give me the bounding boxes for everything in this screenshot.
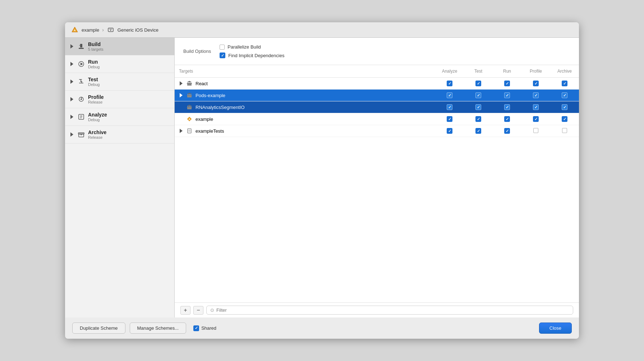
target-checkbox-checked[interactable]: ✓: [533, 104, 539, 110]
target-checkbox-checked[interactable]: ✓: [475, 128, 481, 134]
target-checkbox-checked[interactable]: ✓: [447, 92, 452, 98]
svg-marker-11: [80, 63, 83, 65]
target-test-cell[interactable]: ✓: [464, 101, 493, 113]
close-button[interactable]: Close: [539, 323, 572, 334]
target-checkbox-checked[interactable]: ✓: [504, 128, 510, 134]
target-checkbox-checked[interactable]: ✓: [475, 104, 481, 110]
find-dependencies-checkbox[interactable]: [220, 52, 225, 58]
manage-schemes-button[interactable]: Manage Schemes...: [130, 323, 187, 334]
target-profile-cell[interactable]: ✓: [521, 113, 550, 125]
test-name: Test: [88, 77, 100, 82]
target-archive-cell[interactable]: [550, 125, 579, 137]
target-checkbox-checked[interactable]: ✓: [447, 116, 452, 122]
target-test-cell[interactable]: ✓: [464, 90, 493, 101]
target-archive-cell[interactable]: ✓: [550, 113, 579, 125]
sidebar-item-run[interactable]: Run Debug: [65, 55, 174, 73]
svg-rect-7: [80, 44, 82, 47]
target-checkbox-checked[interactable]: ✓: [504, 116, 510, 122]
svg-rect-43: [189, 106, 190, 107]
target-profile-cell[interactable]: ✓: [521, 90, 550, 101]
table-row[interactable]: Pods-example✓✓✓✓✓: [175, 90, 579, 101]
target-test-cell[interactable]: ✓: [464, 78, 493, 90]
sidebar-item-build[interactable]: Build 5 targets: [65, 38, 174, 55]
table-header-row: Targets Analyze Test Run Profile Archive: [175, 65, 579, 78]
target-checkbox-checked[interactable]: ✓: [504, 92, 510, 98]
target-checkbox-checked[interactable]: ✓: [475, 81, 481, 86]
target-archive-cell[interactable]: ✓: [550, 90, 579, 101]
target-test-cell[interactable]: ✓: [464, 125, 493, 137]
expand-arrow[interactable]: [179, 81, 183, 86]
parallelize-build-checkbox[interactable]: [220, 45, 225, 50]
svg-marker-13: [70, 97, 73, 101]
target-profile-cell[interactable]: ✓: [521, 101, 550, 113]
remove-target-button[interactable]: −: [193, 306, 203, 315]
target-archive-cell[interactable]: ✓: [550, 101, 579, 113]
target-run-cell[interactable]: ✓: [493, 113, 521, 125]
device-name: Generic iOS Device: [118, 27, 158, 33]
filter-input[interactable]: [216, 307, 569, 313]
target-archive-cell[interactable]: ✓: [550, 78, 579, 90]
svg-point-4: [110, 30, 111, 31]
shared-checkbox[interactable]: [193, 325, 199, 331]
table-row[interactable]: React✓✓✓✓✓: [175, 78, 579, 90]
target-checkbox-checked[interactable]: ✓: [562, 104, 567, 110]
target-checkbox-checked[interactable]: ✓: [475, 92, 481, 98]
svg-text:A: A: [188, 118, 190, 120]
target-checkbox-checked[interactable]: ✓: [533, 81, 539, 86]
sidebar-item-archive[interactable]: Archive Release: [65, 126, 174, 143]
target-checkbox-checked[interactable]: ✓: [475, 116, 481, 122]
duplicate-scheme-button[interactable]: Duplicate Scheme: [72, 323, 125, 334]
test-labels: Test Debug: [88, 77, 100, 87]
target-checkbox-checked[interactable]: ✓: [504, 104, 510, 110]
test-sub: Debug: [88, 82, 100, 87]
build-icon: [77, 42, 85, 50]
target-analyze-cell[interactable]: ✓: [435, 113, 464, 125]
table-row[interactable]: Aexample✓✓✓✓✓: [175, 113, 579, 125]
col-header-test: Test: [464, 65, 493, 78]
target-run-cell[interactable]: ✓: [493, 101, 521, 113]
parallelize-build-row[interactable]: Parallelize Build: [220, 44, 284, 50]
sidebar-item-profile[interactable]: Profile Release: [65, 91, 174, 108]
build-options-section: Build Options Parallelize Build Find Imp…: [175, 38, 579, 65]
shared-checkbox-row[interactable]: Shared: [193, 325, 216, 331]
target-analyze-cell[interactable]: ✓: [435, 90, 464, 101]
table-row[interactable]: exampleTests✓✓✓: [175, 125, 579, 137]
target-checkbox-checked[interactable]: ✓: [562, 81, 567, 86]
svg-marker-33: [180, 93, 183, 97]
target-checkbox-checked[interactable]: ✓: [447, 81, 452, 86]
target-checkbox-unchecked[interactable]: [533, 128, 538, 133]
add-target-button[interactable]: +: [180, 306, 190, 315]
device-icon: [107, 26, 115, 34]
target-run-cell[interactable]: ✓: [493, 90, 521, 101]
find-dependencies-row[interactable]: Find Implicit Dependencies: [220, 52, 284, 58]
expand-arrow[interactable]: [179, 129, 183, 133]
target-profile-cell[interactable]: [521, 125, 550, 137]
target-checkbox-checked[interactable]: ✓: [533, 116, 539, 122]
target-profile-cell[interactable]: ✓: [521, 78, 550, 90]
target-checkbox-unchecked[interactable]: [562, 128, 567, 133]
col-header-profile: Profile: [521, 65, 550, 78]
sidebar-item-analyze[interactable]: Analyze Debug: [65, 108, 174, 126]
target-analyze-cell[interactable]: ✓: [435, 125, 464, 137]
target-analyze-cell[interactable]: ✓: [435, 78, 464, 90]
target-analyze-cell[interactable]: ✓: [435, 101, 464, 113]
table-row[interactable]: RNAnalyticsSegmentIO✓✓✓✓✓: [175, 101, 579, 113]
target-checkbox-checked[interactable]: ✓: [447, 104, 452, 110]
target-run-cell[interactable]: ✓: [493, 125, 521, 137]
profile-sub: Release: [88, 100, 104, 104]
archive-sub: Release: [88, 135, 106, 140]
target-checkbox-checked[interactable]: ✓: [533, 92, 539, 98]
svg-text:A: A: [74, 29, 76, 32]
target-checkbox-checked[interactable]: ✓: [504, 81, 510, 86]
target-checkbox-checked[interactable]: ✓: [562, 116, 567, 122]
target-checkbox-checked[interactable]: ✓: [447, 128, 452, 134]
target-name-cell: Pods-example: [175, 90, 435, 101]
sidebar-item-test[interactable]: Test Debug: [65, 73, 174, 91]
main-content: Build 5 targets Run Debug: [65, 38, 579, 317]
project-name: example: [82, 27, 99, 33]
target-checkbox-checked[interactable]: ✓: [562, 92, 567, 98]
expand-arrow[interactable]: [179, 93, 183, 97]
target-test-cell[interactable]: ✓: [464, 113, 493, 125]
svg-rect-36: [188, 94, 188, 95]
target-run-cell[interactable]: ✓: [493, 78, 521, 90]
